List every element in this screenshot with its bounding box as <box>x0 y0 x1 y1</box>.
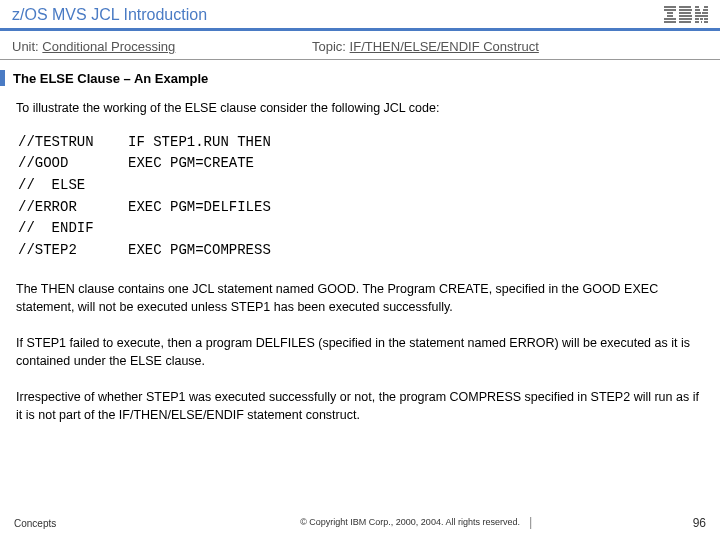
svg-rect-23 <box>701 21 702 23</box>
svg-rect-5 <box>664 21 676 23</box>
svg-rect-21 <box>704 18 708 20</box>
code-col2: EXEC PGM=COMPRESS <box>128 240 271 262</box>
svg-rect-11 <box>679 21 691 23</box>
jcl-code-block: //TESTRUN IF STEP1.RUN THEN //GOOD EXEC … <box>18 132 704 262</box>
code-col1: //STEP2 <box>18 240 128 262</box>
topic-label: Topic: <box>312 39 346 54</box>
code-col2: IF STEP1.RUN THEN <box>128 132 271 154</box>
ibm-logo <box>664 6 708 24</box>
svg-rect-13 <box>704 6 708 8</box>
footer-page-number: 96 <box>693 516 706 530</box>
svg-rect-10 <box>679 18 692 20</box>
svg-rect-6 <box>679 6 691 8</box>
code-col1: //TESTRUN <box>18 132 128 154</box>
svg-rect-12 <box>695 6 699 8</box>
svg-rect-19 <box>695 18 699 20</box>
paragraph-2: If STEP1 failed to execute, then a progr… <box>16 334 704 370</box>
svg-rect-8 <box>679 12 691 14</box>
topic-block: Topic: IF/THEN/ELSE/ENDIF Construct <box>312 39 708 54</box>
unit-value: Conditional Processing <box>42 39 175 54</box>
svg-rect-18 <box>695 15 708 17</box>
code-row: //TESTRUN IF STEP1.RUN THEN <box>18 132 704 154</box>
code-col1: //ERROR <box>18 197 128 219</box>
svg-rect-3 <box>667 15 673 17</box>
accent-bar <box>0 70 5 86</box>
subheader: Unit: Conditional Processing Topic: IF/T… <box>0 31 720 60</box>
section-title-wrap: The ELSE Clause – An Example <box>0 70 720 86</box>
svg-rect-7 <box>679 9 692 11</box>
svg-rect-0 <box>664 6 676 8</box>
content-area: To illustrate the working of the ELSE cl… <box>0 100 720 424</box>
code-col1: //GOOD <box>18 153 128 175</box>
svg-rect-14 <box>695 9 700 11</box>
unit-block: Unit: Conditional Processing <box>12 39 312 54</box>
footer-divider <box>530 517 531 529</box>
title-bar: z/OS MVS JCL Introduction <box>0 0 720 31</box>
paragraph-3: Irrespective of whether STEP1 was execut… <box>16 388 704 424</box>
svg-rect-24 <box>704 21 708 23</box>
svg-rect-22 <box>695 21 699 23</box>
svg-rect-17 <box>702 12 708 14</box>
code-row: //ERROR EXEC PGM=DELFILES <box>18 197 704 219</box>
code-row: //GOOD EXEC PGM=CREATE <box>18 153 704 175</box>
footer-left: Concepts <box>14 518 56 529</box>
footer-center: © Copyright IBM Corp., 2000, 2004. All r… <box>300 517 539 529</box>
svg-rect-2 <box>667 12 673 14</box>
page-title: z/OS MVS JCL Introduction <box>12 6 207 24</box>
svg-rect-20 <box>700 18 703 20</box>
code-col1: // ELSE <box>18 175 128 197</box>
svg-rect-1 <box>664 9 676 11</box>
intro-text: To illustrate the working of the ELSE cl… <box>16 100 704 118</box>
svg-rect-15 <box>703 9 708 11</box>
svg-rect-4 <box>664 18 676 20</box>
section-title: The ELSE Clause – An Example <box>13 71 208 86</box>
svg-rect-9 <box>679 15 692 17</box>
paragraph-1: The THEN clause contains one JCL stateme… <box>16 280 704 316</box>
code-row: //STEP2 EXEC PGM=COMPRESS <box>18 240 704 262</box>
code-row: // ELSE <box>18 175 704 197</box>
topic-value: IF/THEN/ELSE/ENDIF Construct <box>350 39 539 54</box>
code-col1: // ENDIF <box>18 218 128 240</box>
code-col2: EXEC PGM=DELFILES <box>128 197 271 219</box>
code-row: // ENDIF <box>18 218 704 240</box>
svg-rect-16 <box>695 12 701 14</box>
code-col2: EXEC PGM=CREATE <box>128 153 254 175</box>
unit-label: Unit: <box>12 39 39 54</box>
footer-copyright: © Copyright IBM Corp., 2000, 2004. All r… <box>300 517 520 527</box>
footer: Concepts © Copyright IBM Corp., 2000, 20… <box>0 516 720 530</box>
